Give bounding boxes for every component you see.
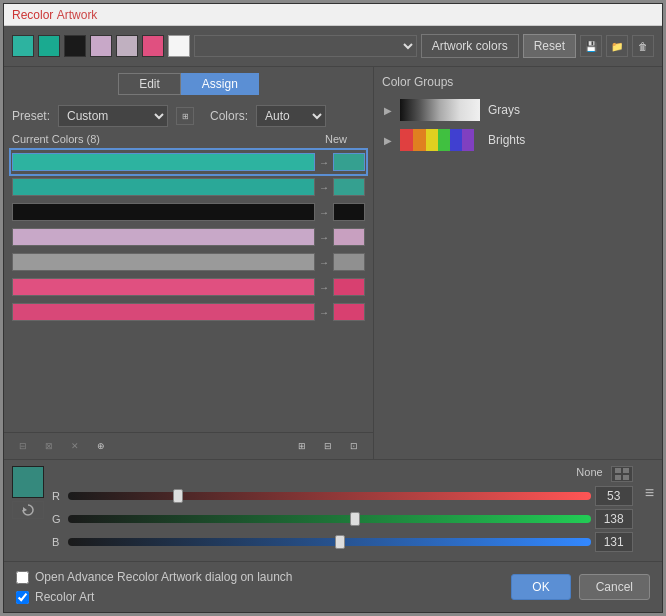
swatch-teal[interactable] [12, 35, 34, 57]
table-row[interactable]: → [12, 201, 365, 223]
arrow-icon: → [319, 232, 329, 243]
cycle-icon [21, 503, 35, 517]
exclude-icon[interactable]: ✕ [64, 437, 86, 455]
view-icon1[interactable]: ⊞ [291, 437, 313, 455]
main-content: Edit Assign Preset: Custom ⊞ Colors: Aut… [4, 67, 662, 459]
none-row: None [52, 466, 633, 482]
r-value-input[interactable] [595, 486, 633, 506]
assign-button[interactable]: Assign [181, 73, 259, 95]
selected-color-swatch[interactable] [12, 466, 44, 498]
title-bar: Recolor Artwork [4, 4, 662, 26]
g-value-input[interactable] [595, 509, 633, 529]
b-slider[interactable] [68, 538, 591, 546]
color-group-grays[interactable]: ▶ Grays [382, 95, 654, 125]
current-color-bar [12, 228, 315, 246]
arrow-icon: → [319, 257, 329, 268]
color-editor: None R G [4, 459, 662, 561]
color-rows-container[interactable]: → → → → [4, 147, 373, 432]
new-color-box [333, 278, 365, 296]
group-name-brights: Brights [488, 133, 525, 147]
cancel-button[interactable]: Cancel [579, 574, 650, 600]
view-icon2[interactable]: ⊟ [317, 437, 339, 455]
colors-label: Colors: [210, 109, 248, 123]
new-color-box [333, 228, 365, 246]
artwork-colors-button[interactable]: Artwork colors [421, 34, 519, 58]
table-row[interactable]: → [12, 226, 365, 248]
merge-icon[interactable]: ⊟ [12, 437, 34, 455]
color-group-brights[interactable]: ▶ Brights [382, 125, 654, 155]
swatch-cycle-button[interactable] [12, 501, 44, 519]
expand-arrow-brights: ▶ [384, 135, 396, 146]
bottom-icons: ⊟ ⊠ ✕ ⊕ ⊞ ⊟ ⊡ [4, 432, 373, 459]
new-label: New [297, 133, 347, 145]
swatch-pink[interactable] [142, 35, 164, 57]
reset-button-visible[interactable]: Reset [523, 34, 576, 58]
b-thumb [335, 535, 345, 549]
arrow-icon: → [319, 182, 329, 193]
edit-assign-bar: Edit Assign [4, 67, 373, 101]
preset-label: Preset: [12, 109, 50, 123]
new-color-box [333, 253, 365, 271]
svg-rect-2 [623, 468, 629, 473]
preset-select[interactable]: Custom [58, 105, 168, 127]
grays-swatch [400, 99, 480, 121]
preset-icon[interactable]: ⊞ [176, 107, 194, 125]
none-grid-icon[interactable] [611, 466, 633, 482]
view-icon3[interactable]: ⊡ [343, 437, 365, 455]
svg-marker-0 [23, 507, 27, 512]
new-color-box [333, 303, 365, 321]
left-panel: Edit Assign Preset: Custom ⊞ Colors: Aut… [4, 67, 374, 459]
edit-button[interactable]: Edit [118, 73, 181, 95]
g-slider[interactable] [68, 515, 591, 523]
bright-swatch-4 [438, 129, 450, 151]
arrow-icon: → [319, 157, 329, 168]
expand-arrow-grays: ▶ [384, 105, 396, 116]
swatch-gray-lavender[interactable] [116, 35, 138, 57]
title-text: Artwork [57, 8, 98, 22]
r-slider[interactable] [68, 492, 591, 500]
current-colors-label: Current Colors (8) [12, 133, 297, 145]
swatch-lavender[interactable] [90, 35, 112, 57]
table-row[interactable]: → [12, 176, 365, 198]
b-value-input[interactable] [595, 532, 633, 552]
bottom-buttons: OK Cancel [511, 574, 650, 600]
recolor-art-checkbox-row: Recolor Art [16, 590, 499, 604]
swatch-teal2[interactable] [38, 35, 60, 57]
table-row[interactable]: → [12, 251, 365, 273]
arrow-icon: → [319, 207, 329, 218]
r-thumb [173, 489, 183, 503]
split-icon[interactable]: ⊠ [38, 437, 60, 455]
swatch-white[interactable] [168, 35, 190, 57]
folder-icon[interactable]: 📁 [606, 35, 628, 57]
svg-rect-3 [615, 475, 621, 480]
g-slider-row: G [52, 509, 633, 529]
add-icon[interactable]: ⊕ [90, 437, 112, 455]
save-icon[interactable]: 💾 [580, 35, 602, 57]
color-dropdown[interactable] [194, 35, 417, 57]
colors-select[interactable]: Auto 1 2 3 [256, 105, 326, 127]
table-row[interactable]: → [12, 151, 365, 173]
r-slider-row: R [52, 486, 633, 506]
right-panel: Color Groups ▶ Grays ▶ [374, 67, 662, 459]
toolbar: Artwork colors OK Reset 💾 📁 🗑 [4, 26, 662, 67]
ok-button[interactable]: OK [511, 574, 570, 600]
hamburger-icon[interactable]: ≡ [645, 484, 654, 502]
r-label: R [52, 490, 64, 502]
current-color-bar [12, 253, 315, 271]
svg-rect-1 [615, 468, 621, 473]
bright-swatch-6 [462, 129, 474, 151]
g-thumb [350, 512, 360, 526]
table-row[interactable]: → [12, 276, 365, 298]
table-row[interactable]: → [12, 301, 365, 323]
bright-swatch-5 [450, 129, 462, 151]
advance-dialog-checkbox[interactable] [16, 571, 29, 584]
b-slider-row: B [52, 532, 633, 552]
swatch-black[interactable] [64, 35, 86, 57]
preset-row: Preset: Custom ⊞ Colors: Auto 1 2 3 [4, 101, 373, 131]
recolor-art-checkbox[interactable] [16, 591, 29, 604]
title-highlight: Recolor [12, 8, 53, 22]
current-color-bar [12, 178, 315, 196]
svg-rect-4 [623, 475, 629, 480]
delete-icon[interactable]: 🗑 [632, 35, 654, 57]
current-color-bar [12, 203, 315, 221]
